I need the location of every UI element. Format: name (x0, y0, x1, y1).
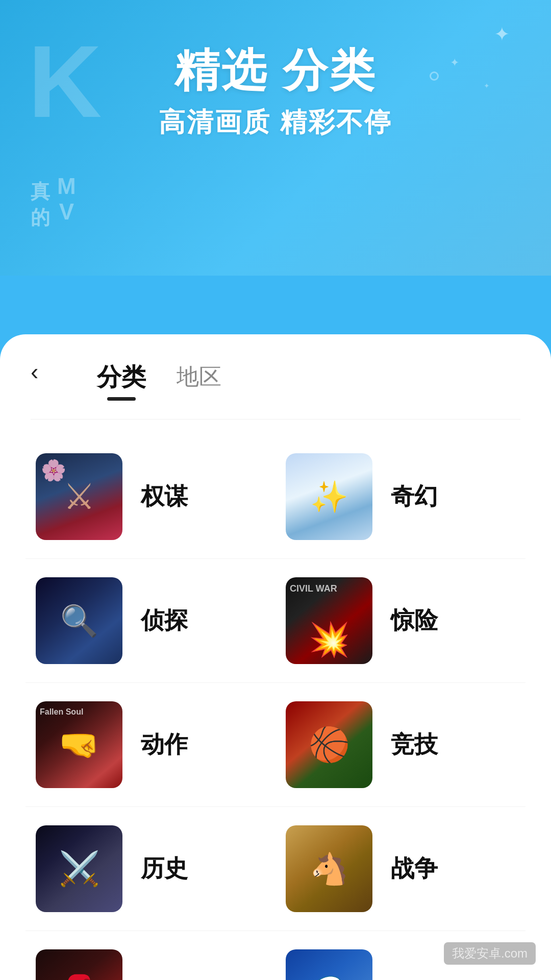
content-card: ‹ 分类 地区 权谋 奇幻 侦探 惊险 (0, 334, 551, 980)
category-thumb-zhentan (36, 577, 122, 664)
watermark-zhen: 真 (31, 179, 50, 205)
tab-category[interactable]: 分类 (97, 361, 146, 401)
category-thumb-jingxian (286, 577, 372, 664)
category-name-zhentan: 侦探 (141, 605, 188, 636)
hero-subtitle: 高清画质 精彩不停 (0, 105, 551, 140)
hero-title: 精选 分类 (0, 46, 551, 95)
category-list: 权谋 奇幻 侦探 惊险 动作 (0, 420, 551, 980)
category-item-jingxian[interactable]: 惊险 (276, 559, 525, 682)
category-item-jingji[interactable]: 竞技 (276, 683, 525, 806)
category-row-3: 动作 竞技 (26, 683, 525, 807)
category-item-zhentan[interactable]: 侦探 (26, 559, 276, 682)
category-name-zhanzhen: 战争 (391, 853, 438, 885)
category-row-4: 历史 战争 (26, 807, 525, 931)
app-watermark: 我爱安卓.com (444, 942, 536, 965)
back-button[interactable]: ‹ (31, 360, 38, 383)
category-thumb-dongzuo (36, 701, 122, 788)
category-thumb-row5-left (36, 949, 122, 980)
category-item-row5-left[interactable] (26, 931, 276, 980)
watermark-de: 的 (31, 205, 50, 231)
tab-region[interactable]: 地区 (177, 362, 221, 399)
category-thumb-qihuan (286, 453, 372, 540)
hero-section: 精选 分类 高清画质 精彩不停 真 的 M V (0, 0, 551, 140)
category-item-quanmou[interactable]: 权谋 (26, 435, 276, 558)
hero-title-part2: 分类 (283, 45, 377, 95)
category-thumb-zhanzhen (286, 825, 372, 912)
category-item-lishi[interactable]: 历史 (26, 807, 276, 930)
category-name-quanmou: 权谋 (141, 481, 188, 512)
hero-title-part1: 精选 (174, 45, 268, 95)
category-item-qihuan[interactable]: 奇幻 (276, 435, 525, 558)
category-thumb-jingji (286, 701, 372, 788)
category-item-dongzuo[interactable]: 动作 (26, 683, 276, 806)
category-item-zhanzhen[interactable]: 战争 (276, 807, 525, 930)
category-name-dongzuo: 动作 (141, 729, 188, 761)
category-thumb-lishi (36, 825, 122, 912)
watermark-v: V (57, 199, 76, 225)
category-name-qihuan: 奇幻 (391, 481, 438, 512)
category-name-lishi: 历史 (141, 853, 188, 885)
category-thumb-row5-right (286, 949, 372, 980)
watermark-m: M (57, 174, 76, 199)
category-row-1: 权谋 奇幻 (26, 435, 525, 559)
category-thumb-quanmou (36, 453, 122, 540)
tab-header: ‹ 分类 地区 (0, 334, 551, 401)
category-name-jingxian: 惊险 (391, 605, 438, 636)
category-name-jingji: 竞技 (391, 729, 438, 761)
category-row-2: 侦探 惊险 (26, 559, 525, 683)
